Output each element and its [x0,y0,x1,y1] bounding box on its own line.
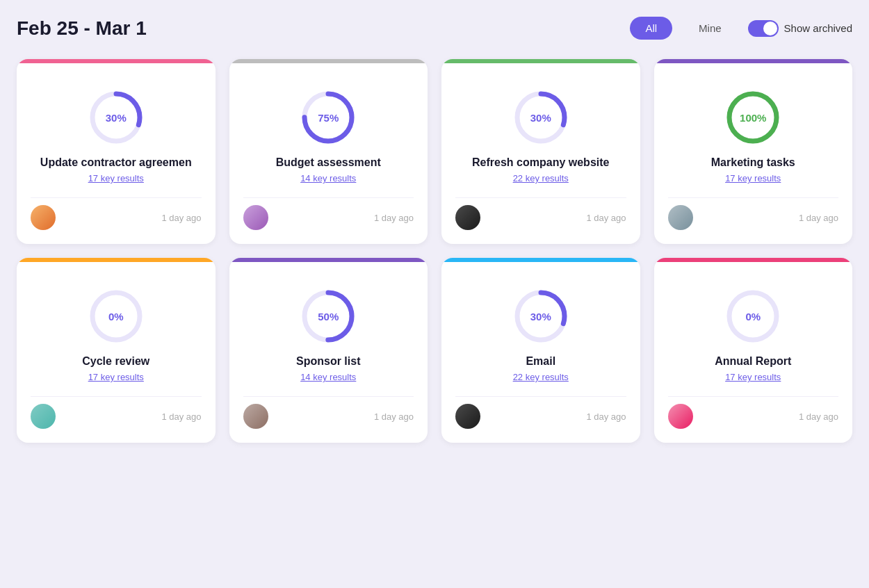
progress-label: 50% [318,311,339,322]
key-results[interactable]: 17 key results [668,372,839,382]
progress-circle: 0% [88,288,144,344]
progress-container: 100% [668,90,839,145]
time-ago: 1 day ago [799,411,838,422]
progress-label: 30% [530,311,551,322]
progress-label: 30% [530,112,551,124]
key-results[interactable]: 17 key results [31,372,202,382]
progress-label: 0% [745,311,761,322]
card-title: Budget assessment [243,156,414,169]
date-range: Feb 25 - Mar 1 [17,17,147,40]
time-ago: 1 day ago [586,213,626,223]
progress-container: 30% [31,90,202,145]
filter-mine-button[interactable]: Mine [683,17,737,40]
progress-circle: 0% [725,288,781,344]
time-ago: 1 day ago [374,213,414,223]
card-top-bar [441,59,640,63]
show-archived-label: Show archived [784,22,852,34]
card-1[interactable]: 30% Update contractor agreemen 17 key re… [17,59,216,244]
avatar [243,404,268,429]
page-header: Feb 25 - Mar 1 All Mine Show archived [17,17,852,40]
card-top-bar [441,258,640,262]
progress-label: 100% [740,112,766,124]
avatar [31,205,56,230]
cards-grid: 30% Update contractor agreemen 17 key re… [17,59,852,443]
card-4[interactable]: 100% Marketing tasks 17 key results 1 da… [654,59,853,244]
show-archived-control: Show archived [748,20,852,37]
card-8[interactable]: 0% Annual Report 17 key results 1 day ag… [654,258,853,443]
progress-circle: 100% [725,90,781,145]
progress-circle: 50% [300,288,356,344]
card-title: Cycle review [31,355,202,368]
card-footer: 1 day ago [455,197,626,230]
header-controls: All Mine Show archived [630,17,852,40]
time-ago: 1 day ago [161,411,201,422]
card-2[interactable]: 75% Budget assessment 14 key results 1 d… [229,59,428,244]
avatar [668,404,693,429]
key-results[interactable]: 22 key results [455,173,626,183]
progress-circle: 75% [300,90,356,145]
time-ago: 1 day ago [161,213,201,223]
card-title: Update contractor agreemen [31,156,202,169]
progress-container: 50% [243,288,414,344]
card-footer: 1 day ago [243,197,414,230]
card-title: Refresh company website [455,156,626,169]
card-footer: 1 day ago [668,396,839,429]
progress-container: 0% [31,288,202,344]
card-top-bar [654,258,853,262]
progress-container: 30% [455,90,626,145]
avatar [668,205,693,230]
card-top-bar [229,258,428,262]
key-results[interactable]: 14 key results [243,173,414,183]
progress-container: 75% [243,90,414,145]
card-5[interactable]: 0% Cycle review 17 key results 1 day ago [17,258,216,443]
filter-all-button[interactable]: All [630,17,672,40]
progress-label: 30% [106,112,127,124]
progress-circle: 30% [513,288,569,344]
card-top-bar [17,258,216,262]
avatar [243,205,268,230]
time-ago: 1 day ago [586,411,626,422]
avatar [455,404,480,429]
progress-label: 75% [318,112,339,124]
progress-label: 0% [108,311,124,322]
card-top-bar [654,59,853,63]
card-3[interactable]: 30% Refresh company website 22 key resul… [441,59,640,244]
card-top-bar [17,59,216,63]
card-footer: 1 day ago [31,396,202,429]
card-6[interactable]: 50% Sponsor list 14 key results 1 day ag… [229,258,428,443]
time-ago: 1 day ago [799,213,838,223]
key-results[interactable]: 14 key results [243,372,414,382]
card-title: Annual Report [668,355,839,368]
show-archived-toggle[interactable] [748,20,779,37]
card-title: Sponsor list [243,355,414,368]
card-footer: 1 day ago [668,197,839,230]
key-results[interactable]: 17 key results [31,173,202,183]
progress-container: 30% [455,288,626,344]
key-results[interactable]: 17 key results [668,173,839,183]
card-title: Marketing tasks [668,156,839,169]
time-ago: 1 day ago [374,411,414,422]
avatar [31,404,56,429]
card-footer: 1 day ago [455,396,626,429]
progress-circle: 30% [513,90,569,145]
key-results[interactable]: 22 key results [455,372,626,382]
card-title: Email [455,355,626,368]
card-footer: 1 day ago [31,197,202,230]
card-7[interactable]: 30% Email 22 key results 1 day ago [441,258,640,443]
progress-container: 0% [668,288,839,344]
card-top-bar [229,59,428,63]
avatar [455,205,480,230]
card-footer: 1 day ago [243,396,414,429]
progress-circle: 30% [88,90,144,145]
